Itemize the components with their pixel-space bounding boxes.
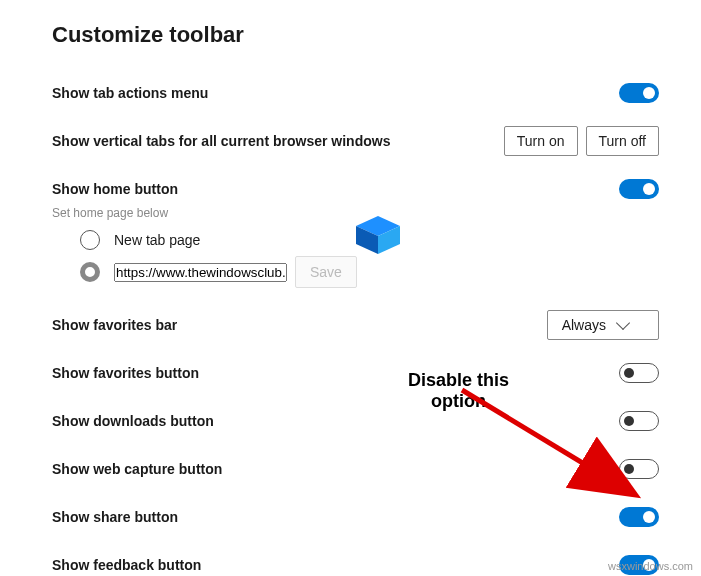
radio-new-tab-page[interactable]: [80, 230, 100, 250]
page-title: Customize toolbar: [52, 22, 659, 48]
turn-on-button[interactable]: Turn on: [504, 126, 578, 156]
toggle-share[interactable]: [619, 507, 659, 527]
row-share: Show share button: [52, 496, 659, 538]
label-downloads: Show downloads button: [52, 413, 214, 429]
row-feedback: Show feedback button: [52, 544, 659, 576]
chevron-down-icon: [616, 316, 630, 330]
toggle-favorites-button[interactable]: [619, 363, 659, 383]
radio-row-url: Save: [80, 256, 659, 288]
annotation-text: Disable this option: [408, 370, 509, 411]
label-web-capture: Show web capture button: [52, 461, 222, 477]
favorites-bar-dropdown[interactable]: Always: [547, 310, 659, 340]
row-downloads: Show downloads button: [52, 400, 659, 442]
toggle-downloads[interactable]: [619, 411, 659, 431]
save-button: Save: [295, 256, 357, 288]
row-web-capture: Show web capture button: [52, 448, 659, 490]
label-home-button: Show home button: [52, 181, 178, 197]
home-url-input[interactable]: [114, 263, 287, 282]
label-vertical-tabs: Show vertical tabs for all current brows…: [52, 133, 390, 149]
toggle-tab-actions[interactable]: [619, 83, 659, 103]
windows-logo-icon: [356, 216, 400, 254]
label-tab-actions: Show tab actions menu: [52, 85, 208, 101]
row-favorites-bar: Show favorites bar Always: [52, 304, 659, 346]
row-vertical-tabs: Show vertical tabs for all current brows…: [52, 120, 659, 162]
label-favorites-button: Show favorites button: [52, 365, 199, 381]
row-home-button: Show home button: [52, 168, 659, 210]
toggle-web-capture[interactable]: [619, 459, 659, 479]
watermark: wsxwindows.com: [608, 560, 693, 572]
label-share: Show share button: [52, 509, 178, 525]
turn-off-button[interactable]: Turn off: [586, 126, 659, 156]
label-feedback: Show feedback button: [52, 557, 201, 573]
row-tab-actions: Show tab actions menu: [52, 72, 659, 114]
favorites-bar-dropdown-value: Always: [562, 317, 606, 333]
label-favorites-bar: Show favorites bar: [52, 317, 177, 333]
label-new-tab-page: New tab page: [114, 232, 200, 248]
row-favorites-button: Show favorites button: [52, 352, 659, 394]
toggle-home-button[interactable]: [619, 179, 659, 199]
radio-custom-url[interactable]: [80, 262, 100, 282]
